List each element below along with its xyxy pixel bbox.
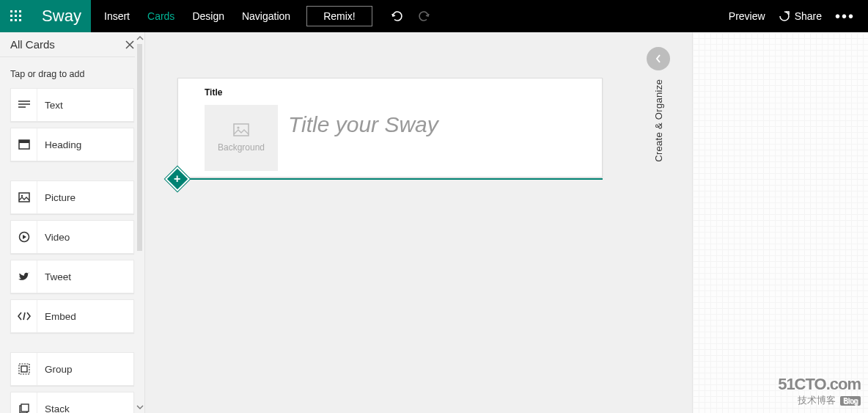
- scroll-thumb[interactable]: [137, 44, 142, 251]
- scroll-track[interactable]: [135, 44, 144, 401]
- svg-rect-3: [10, 15, 12, 17]
- card-heading[interactable]: Heading: [10, 128, 134, 161]
- sidebar-hint: Tap or drag to add: [10, 69, 134, 79]
- card-label: Embed: [37, 311, 76, 322]
- card-text[interactable]: Text: [10, 88, 134, 122]
- svg-rect-10: [19, 140, 29, 143]
- background-label: Background: [218, 142, 265, 153]
- svg-rect-8: [19, 19, 21, 21]
- redo-button[interactable]: [418, 10, 431, 23]
- card-label: Heading: [37, 139, 81, 150]
- card-video[interactable]: Video: [10, 220, 134, 254]
- svg-rect-0: [10, 10, 12, 12]
- card-tweet[interactable]: Tweet: [10, 260, 134, 293]
- undo-button[interactable]: [390, 10, 403, 23]
- stack-icon: [11, 392, 37, 413]
- svg-point-19: [237, 126, 239, 128]
- sidebar-close-button[interactable]: [125, 40, 134, 49]
- share-label: Share: [795, 10, 822, 22]
- remix-button[interactable]: Remix!: [306, 6, 372, 26]
- menu-design[interactable]: Design: [183, 0, 233, 32]
- watermark-line1: 51CTO.com: [778, 375, 861, 394]
- svg-rect-18: [234, 124, 249, 136]
- card-embed[interactable]: Embed: [10, 299, 134, 333]
- card-group[interactable]: Group: [10, 352, 134, 386]
- menu-cards[interactable]: Cards: [139, 0, 183, 32]
- close-icon: [125, 40, 134, 49]
- right-menu: Preview Share •••: [729, 0, 868, 32]
- svg-rect-4: [15, 15, 17, 17]
- top-bar: Sway Insert Cards Design Navigation Remi…: [0, 0, 868, 32]
- svg-rect-17: [21, 404, 29, 412]
- brand-label[interactable]: Sway: [32, 0, 91, 32]
- preview-strip: 51CTO.com 技术博客 Blog: [692, 32, 868, 413]
- background-picker[interactable]: Background: [205, 105, 278, 171]
- card-stack[interactable]: Stack: [10, 392, 134, 413]
- scroll-down-button[interactable]: [135, 401, 144, 413]
- menu-insert[interactable]: Insert: [95, 0, 139, 32]
- undo-icon: [390, 10, 403, 23]
- scroll-up-button[interactable]: [135, 32, 144, 44]
- sidebar-list: Tap or drag to add Text Heading Picture: [0, 57, 144, 413]
- history-controls: [390, 0, 431, 32]
- title-card[interactable]: Title Background: [177, 78, 603, 178]
- heading-icon: [11, 128, 37, 161]
- svg-point-12: [21, 195, 22, 197]
- video-icon: [11, 221, 37, 253]
- card-label: Group: [37, 364, 73, 375]
- watermark: 51CTO.com 技术博客 Blog: [778, 375, 861, 407]
- svg-rect-14: [19, 364, 29, 374]
- watermark-badge: Blog: [840, 396, 861, 406]
- card-label: Tweet: [37, 271, 71, 282]
- svg-rect-1: [15, 10, 17, 12]
- chevron-down-icon: [136, 405, 144, 409]
- share-icon: [779, 10, 790, 22]
- group-icon: [11, 353, 37, 385]
- svg-rect-15: [21, 366, 27, 372]
- redo-icon: [418, 10, 431, 23]
- svg-rect-7: [15, 19, 17, 21]
- storyline-stage[interactable]: Title Background + Create & Organize: [145, 32, 692, 413]
- text-icon: [11, 89, 37, 121]
- collapse-panel-button[interactable]: [647, 47, 670, 70]
- preview-label: Preview: [729, 10, 765, 22]
- svg-rect-2: [19, 10, 21, 12]
- svg-rect-5: [19, 15, 21, 17]
- preview-button[interactable]: Preview: [729, 10, 765, 22]
- card-label: Stack: [37, 403, 70, 414]
- embed-icon: [11, 300, 37, 332]
- sidebar-title: All Cards: [10, 38, 55, 51]
- plus-icon: +: [174, 173, 180, 185]
- watermark-line2: 技术博客: [798, 394, 836, 407]
- card-label: Text: [37, 100, 63, 111]
- menu-navigation[interactable]: Navigation: [233, 0, 299, 32]
- chevron-up-icon: [136, 36, 144, 40]
- sidebar: All Cards Tap or drag to add Text Headin…: [0, 32, 145, 413]
- main-menu: Insert Cards Design Navigation Remix!: [95, 0, 372, 32]
- app-launcher-button[interactable]: [0, 0, 32, 32]
- card-picture[interactable]: Picture: [10, 180, 134, 214]
- picture-icon: [11, 181, 37, 213]
- tweet-icon: [11, 260, 37, 293]
- share-button[interactable]: Share: [779, 10, 822, 22]
- sidebar-scrollbar[interactable]: [135, 32, 144, 413]
- sidebar-header: All Cards: [0, 32, 144, 57]
- canvas: Title Background + Create & Organize: [145, 32, 868, 413]
- timeline: +: [177, 178, 603, 180]
- svg-rect-6: [10, 19, 12, 21]
- title-card-label: Title: [205, 87, 222, 98]
- mode-label: Create & Organize: [653, 79, 664, 162]
- chevron-left-icon: [655, 54, 662, 64]
- card-label: Picture: [37, 192, 76, 203]
- waffle-icon: [10, 10, 22, 22]
- title-input[interactable]: [288, 112, 587, 137]
- card-label: Video: [37, 232, 70, 243]
- image-placeholder-icon: [233, 123, 249, 136]
- svg-rect-11: [19, 193, 29, 202]
- timeline-line: [177, 178, 603, 180]
